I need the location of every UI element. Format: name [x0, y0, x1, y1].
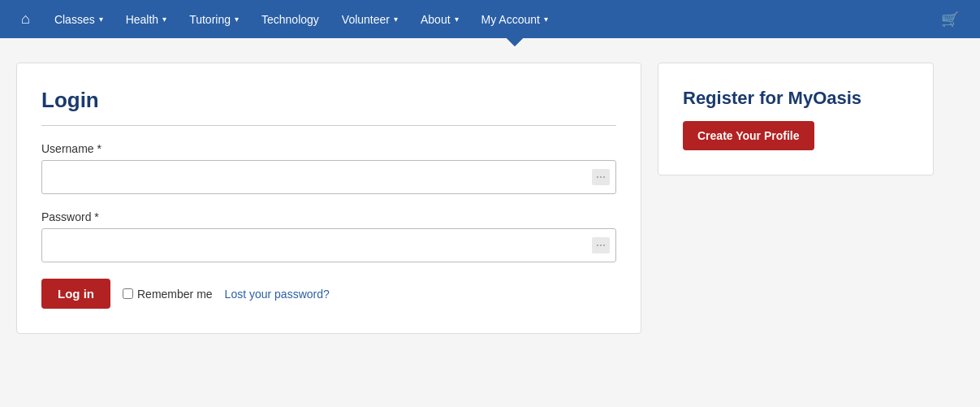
cart-icon: 🛒 — [941, 11, 959, 28]
form-actions: Log in Remember me Lost your password? — [41, 279, 616, 309]
nav-label-my-account: My Account — [481, 13, 540, 26]
username-autofill-icon[interactable]: ⋯ — [592, 169, 610, 185]
main-content: Login Username * ⋯ Password * ⋯ Log in R… — [0, 38, 980, 358]
username-input-wrapper: ⋯ — [41, 160, 616, 194]
nav-item-my-account[interactable]: My Account ▾ — [470, 0, 559, 38]
chevron-down-icon: ▾ — [394, 15, 398, 24]
remember-me-label: Remember me — [137, 288, 213, 301]
username-label: Username * — [41, 142, 616, 155]
chevron-down-icon: ▾ — [235, 15, 239, 24]
nav-label-health: Health — [126, 13, 158, 26]
username-group: Username * ⋯ — [41, 142, 616, 194]
chevron-down-icon: ▾ — [544, 15, 548, 24]
nav-label-volunteer: Volunteer — [342, 13, 390, 26]
nav-item-volunteer[interactable]: Volunteer ▾ — [330, 0, 409, 38]
password-label: Password * — [41, 210, 616, 223]
home-icon: ⌂ — [21, 11, 30, 28]
register-title: Register for MyOasis — [683, 88, 909, 109]
main-navigation: ⌂ Classes ▾ Health ▾ Tutoring ▾ Technolo… — [0, 0, 980, 38]
nav-home[interactable]: ⌂ — [8, 0, 43, 38]
register-card: Register for MyOasis Create Your Profile — [658, 63, 934, 175]
password-input[interactable] — [41, 228, 616, 262]
dropdown-caret — [507, 38, 523, 46]
nav-cart[interactable]: 🛒 — [928, 0, 972, 38]
create-profile-button[interactable]: Create Your Profile — [683, 121, 814, 150]
password-group: Password * ⋯ — [41, 210, 616, 262]
username-input[interactable] — [41, 160, 616, 194]
login-title: Login — [41, 88, 616, 126]
nav-item-health[interactable]: Health ▾ — [114, 0, 178, 38]
nav-item-technology[interactable]: Technology — [250, 0, 330, 38]
remember-me-checkbox[interactable] — [123, 288, 133, 299]
login-button[interactable]: Log in — [41, 279, 110, 309]
password-autofill-icon[interactable]: ⋯ — [592, 237, 610, 253]
remember-me-wrapper[interactable]: Remember me — [123, 288, 213, 301]
chevron-down-icon: ▾ — [455, 15, 459, 24]
password-input-wrapper: ⋯ — [41, 228, 616, 262]
nav-label-technology: Technology — [261, 13, 319, 26]
login-card: Login Username * ⋯ Password * ⋯ Log in R… — [16, 63, 641, 334]
chevron-down-icon: ▾ — [162, 15, 166, 24]
nav-item-tutoring[interactable]: Tutoring ▾ — [178, 0, 250, 38]
nav-item-classes[interactable]: Classes ▾ — [43, 0, 114, 38]
nav-label-about: About — [421, 13, 451, 26]
nav-label-tutoring: Tutoring — [189, 13, 231, 26]
lost-password-link[interactable]: Lost your password? — [225, 288, 330, 301]
nav-label-classes: Classes — [54, 13, 95, 26]
nav-item-about[interactable]: About ▾ — [409, 0, 470, 38]
chevron-down-icon: ▾ — [99, 15, 103, 24]
